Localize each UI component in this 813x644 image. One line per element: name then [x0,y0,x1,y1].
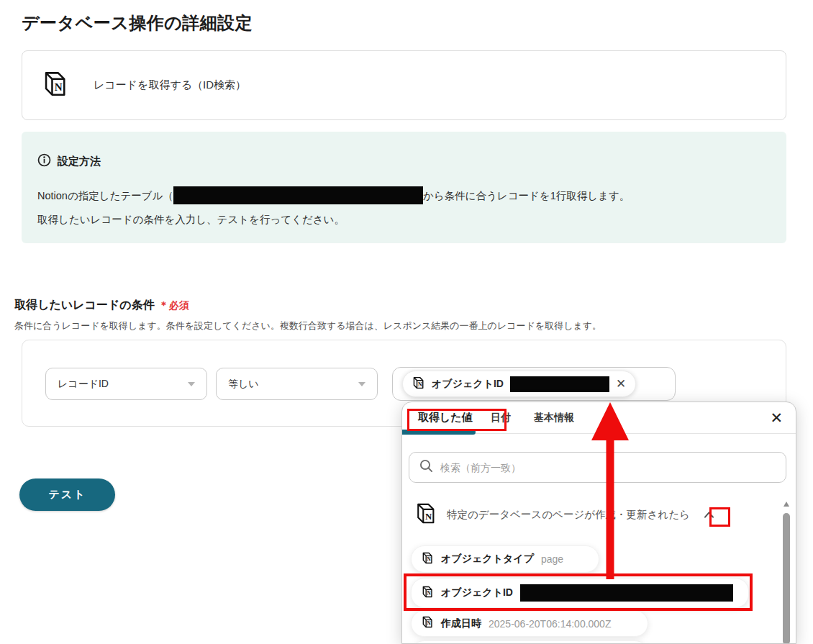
list-item-label: 作成日時 [441,617,481,630]
operator-select[interactable]: 等しい [216,368,378,400]
notion-icon: N [412,376,425,392]
condition-description: 条件に合うレコードを取得します。条件を設定してください。複数行合致する場合は、レ… [14,319,601,332]
info-box-heading: 設定方法 [58,155,101,168]
tab-retrieved-values[interactable]: 取得した値 [418,411,473,425]
value-token-label: オブジェクトID [432,378,504,391]
search-icon [419,459,433,476]
scroll-up-icon[interactable] [784,502,789,507]
tab-basic-info[interactable]: 基本情報 [534,412,574,425]
list-item-label: オブジェクトタイプ [441,553,534,566]
info-icon [37,153,51,170]
redacted-table-name-bar [173,186,423,204]
list-item-object-type[interactable]: N オブジェクトタイプ page [411,545,599,573]
list-item-partial[interactable] [411,640,648,644]
scrollbar-thumb[interactable] [783,513,790,644]
svg-text:N: N [55,81,63,93]
redacted-value-bar [510,376,609,392]
svg-text:N: N [418,381,422,387]
required-badge: ＊必須 [159,299,189,312]
chevron-down-icon [188,382,195,386]
page-title: データベース操作の詳細設定 [22,12,253,35]
info-line1-after: から条件に合うレコードを1行取得します。 [423,190,630,201]
tab-date[interactable]: 日付 [491,412,511,425]
condition-section-title: 取得したいレコードの条件 ＊必須 [14,298,189,313]
notion-icon: N [415,502,437,527]
svg-text:N: N [427,590,432,597]
action-card[interactable]: N レコードを取得する（ID検索） [22,50,786,120]
chevron-up-icon[interactable] [699,506,719,524]
notion-icon: N [422,616,434,631]
info-line1-before: Notionの指定したテーブル（ [37,190,173,201]
popup-tabbar: 取得した値 日付 基本情報 ✕ [402,402,796,434]
record-field-select[interactable]: レコードID [45,368,207,400]
info-box-body: Notionの指定したテーブル（から条件に合うレコードを1行取得します。 取得し… [37,184,771,232]
popup-search[interactable] [409,452,786,483]
chevron-down-icon [358,382,365,386]
info-box: 設定方法 Notionの指定したテーブル（から条件に合うレコードを1行取得します… [22,132,786,243]
list-item-label: オブジェクトID [441,586,513,599]
condition-value-field[interactable]: N オブジェクトID ✕ [392,367,676,401]
list-item-created-time[interactable]: N 作成日時 2025-06-20T06:14:00.000Z [411,610,648,637]
trigger-group-label: 特定のデータベースのページが作成・更新されたら [447,508,690,522]
popup-scrollbar[interactable] [783,497,791,643]
action-card-label: レコードを取得する（ID検索） [94,78,246,92]
value-picker-popup: 取得した値 日付 基本情報 ✕ N [401,402,796,644]
active-tab-underline [402,430,476,435]
record-field-select-value: レコードID [58,378,109,391]
test-button[interactable]: テスト [19,479,115,511]
list-item-object-id[interactable]: N オブジェクトID [411,578,749,608]
trigger-group-row: N 特定のデータベースのページが作成・更新されたら [415,502,719,527]
search-input[interactable] [440,462,786,473]
remove-token-icon[interactable]: ✕ [616,378,626,390]
svg-text:N: N [427,556,432,563]
redacted-object-id-bar [520,584,733,602]
operator-select-value: 等しい [228,378,259,391]
svg-text:N: N [427,620,432,627]
page: データベース操作の詳細設定 N レコードを取得する（ID検索） 設定方 [0,0,813,644]
svg-text:N: N [425,512,432,522]
close-icon[interactable]: ✕ [770,409,783,427]
info-line2: 取得したいレコードの条件を入力し、テストを行ってください。 [37,214,345,225]
notion-icon: N [42,71,69,100]
list-item-value: page [541,553,563,565]
notion-icon: N [422,552,434,567]
notion-icon: N [422,586,434,601]
value-token-chip[interactable]: N オブジェクトID ✕ [402,371,636,397]
list-item-value: 2025-06-20T06:14:00.000Z [489,618,611,630]
condition-label: 取得したいレコードの条件 [14,298,155,313]
